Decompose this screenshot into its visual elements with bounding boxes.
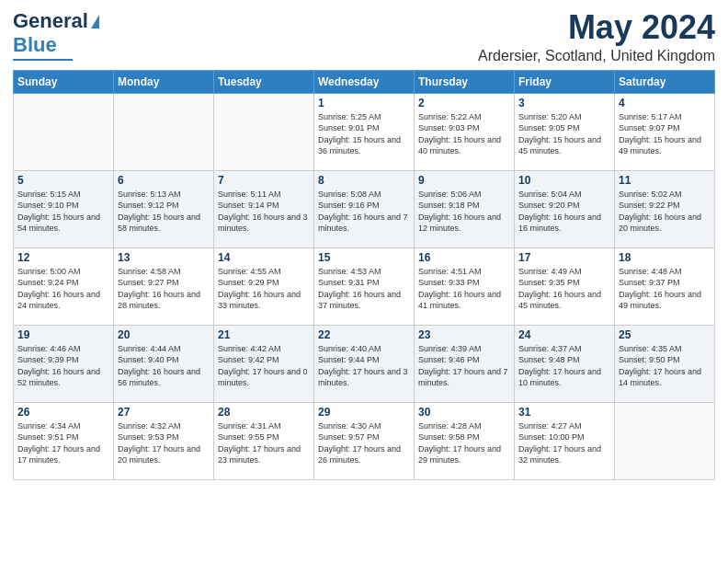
day-number: 28 <box>218 406 310 419</box>
day-number: 15 <box>318 251 410 264</box>
week-row-3: 12Sunrise: 5:00 AM Sunset: 9:24 PM Dayli… <box>14 247 715 325</box>
table-row: 7Sunrise: 5:11 AM Sunset: 9:14 PM Daylig… <box>214 170 314 247</box>
day-number: 25 <box>619 328 711 341</box>
table-row: 3Sunrise: 5:20 AM Sunset: 9:05 PM Daylig… <box>515 93 615 170</box>
day-info: Sunrise: 4:42 AM Sunset: 9:42 PM Dayligh… <box>218 343 310 389</box>
day-number: 11 <box>619 174 711 187</box>
table-row: 17Sunrise: 4:49 AM Sunset: 9:35 PM Dayli… <box>515 247 615 325</box>
table-row: 9Sunrise: 5:06 AM Sunset: 9:18 PM Daylig… <box>415 170 515 247</box>
table-row: 30Sunrise: 4:28 AM Sunset: 9:58 PM Dayli… <box>415 402 515 479</box>
day-info: Sunrise: 5:02 AM Sunset: 9:22 PM Dayligh… <box>619 189 711 235</box>
title-area: May 2024 Ardersier, Scotland, United Kin… <box>478 9 715 64</box>
day-number: 8 <box>318 174 410 187</box>
col-tuesday: Tuesday <box>214 70 314 93</box>
day-number: 6 <box>118 174 210 187</box>
table-row: 24Sunrise: 4:37 AM Sunset: 9:48 PM Dayli… <box>515 325 615 402</box>
col-sunday: Sunday <box>14 70 114 93</box>
logo-general: General <box>13 9 88 33</box>
day-number: 1 <box>318 97 410 109</box>
day-info: Sunrise: 5:13 AM Sunset: 9:12 PM Dayligh… <box>118 189 210 235</box>
day-info: Sunrise: 4:40 AM Sunset: 9:44 PM Dayligh… <box>318 343 410 389</box>
table-row: 18Sunrise: 4:48 AM Sunset: 9:37 PM Dayli… <box>615 247 715 325</box>
day-number: 30 <box>418 406 510 419</box>
day-info: Sunrise: 4:48 AM Sunset: 9:37 PM Dayligh… <box>619 266 711 312</box>
day-number: 18 <box>619 251 711 264</box>
table-row <box>14 93 114 170</box>
table-row: 31Sunrise: 4:27 AM Sunset: 10:00 PM Dayl… <box>515 402 615 479</box>
table-row: 1Sunrise: 5:25 AM Sunset: 9:01 PM Daylig… <box>314 93 415 170</box>
day-number: 22 <box>318 328 410 341</box>
table-row: 25Sunrise: 4:35 AM Sunset: 9:50 PM Dayli… <box>615 325 715 402</box>
day-info: Sunrise: 4:53 AM Sunset: 9:31 PM Dayligh… <box>318 266 410 312</box>
day-number: 9 <box>418 174 510 187</box>
logo-triangle-icon <box>91 15 99 29</box>
day-number: 24 <box>518 328 610 341</box>
calendar-table: Sunday Monday Tuesday Wednesday Thursday… <box>13 70 715 480</box>
day-info: Sunrise: 5:08 AM Sunset: 9:16 PM Dayligh… <box>318 189 410 235</box>
table-row: 14Sunrise: 4:55 AM Sunset: 9:29 PM Dayli… <box>214 247 314 325</box>
logo-underline <box>13 59 73 61</box>
week-row-1: 1Sunrise: 5:25 AM Sunset: 9:01 PM Daylig… <box>14 93 715 170</box>
day-info: Sunrise: 5:00 AM Sunset: 9:24 PM Dayligh… <box>17 266 109 312</box>
day-number: 3 <box>518 97 610 109</box>
header: General Blue May 2024 Ardersier, Scotlan… <box>13 9 715 64</box>
day-info: Sunrise: 5:20 AM Sunset: 9:05 PM Dayligh… <box>518 111 610 157</box>
table-row: 4Sunrise: 5:17 AM Sunset: 9:07 PM Daylig… <box>615 93 715 170</box>
day-number: 4 <box>619 97 711 109</box>
logo: General Blue <box>13 9 99 61</box>
day-number: 17 <box>518 251 610 264</box>
day-number: 26 <box>17 406 109 419</box>
day-info: Sunrise: 5:04 AM Sunset: 9:20 PM Dayligh… <box>518 189 610 235</box>
table-row: 29Sunrise: 4:30 AM Sunset: 9:57 PM Dayli… <box>314 402 415 479</box>
day-info: Sunrise: 4:34 AM Sunset: 9:51 PM Dayligh… <box>17 420 109 466</box>
day-info: Sunrise: 4:30 AM Sunset: 9:57 PM Dayligh… <box>318 420 410 466</box>
table-row: 12Sunrise: 5:00 AM Sunset: 9:24 PM Dayli… <box>14 247 114 325</box>
day-info: Sunrise: 5:22 AM Sunset: 9:03 PM Dayligh… <box>418 111 510 157</box>
table-row: 27Sunrise: 4:32 AM Sunset: 9:53 PM Dayli… <box>114 402 214 479</box>
logo-blue: Blue <box>13 33 57 57</box>
day-number: 23 <box>418 328 510 341</box>
day-info: Sunrise: 4:39 AM Sunset: 9:46 PM Dayligh… <box>418 343 510 389</box>
table-row: 15Sunrise: 4:53 AM Sunset: 9:31 PM Dayli… <box>314 247 415 325</box>
table-row: 16Sunrise: 4:51 AM Sunset: 9:33 PM Dayli… <box>415 247 515 325</box>
table-row: 10Sunrise: 5:04 AM Sunset: 9:20 PM Dayli… <box>515 170 615 247</box>
table-row: 6Sunrise: 5:13 AM Sunset: 9:12 PM Daylig… <box>114 170 214 247</box>
col-thursday: Thursday <box>415 70 515 93</box>
day-info: Sunrise: 4:32 AM Sunset: 9:53 PM Dayligh… <box>118 420 210 466</box>
week-row-2: 5Sunrise: 5:15 AM Sunset: 9:10 PM Daylig… <box>14 170 715 247</box>
table-row <box>615 402 715 479</box>
header-row: Sunday Monday Tuesday Wednesday Thursday… <box>14 70 715 93</box>
day-info: Sunrise: 4:27 AM Sunset: 10:00 PM Daylig… <box>518 420 610 466</box>
col-monday: Monday <box>114 70 214 93</box>
day-info: Sunrise: 5:11 AM Sunset: 9:14 PM Dayligh… <box>218 189 310 235</box>
week-row-5: 26Sunrise: 4:34 AM Sunset: 9:51 PM Dayli… <box>14 402 715 479</box>
day-info: Sunrise: 4:31 AM Sunset: 9:55 PM Dayligh… <box>218 420 310 466</box>
day-info: Sunrise: 4:28 AM Sunset: 9:58 PM Dayligh… <box>418 420 510 466</box>
table-row: 13Sunrise: 4:58 AM Sunset: 9:27 PM Dayli… <box>114 247 214 325</box>
table-row: 22Sunrise: 4:40 AM Sunset: 9:44 PM Dayli… <box>314 325 415 402</box>
day-number: 19 <box>17 328 109 341</box>
subtitle: Ardersier, Scotland, United Kingdom <box>478 48 715 64</box>
day-info: Sunrise: 5:15 AM Sunset: 9:10 PM Dayligh… <box>17 189 109 235</box>
day-info: Sunrise: 5:17 AM Sunset: 9:07 PM Dayligh… <box>619 111 711 157</box>
day-number: 7 <box>218 174 310 187</box>
day-info: Sunrise: 4:49 AM Sunset: 9:35 PM Dayligh… <box>518 266 610 312</box>
day-number: 12 <box>17 251 109 264</box>
table-row: 28Sunrise: 4:31 AM Sunset: 9:55 PM Dayli… <box>214 402 314 479</box>
day-number: 27 <box>118 406 210 419</box>
col-wednesday: Wednesday <box>314 70 415 93</box>
table-row: 20Sunrise: 4:44 AM Sunset: 9:40 PM Dayli… <box>114 325 214 402</box>
week-row-4: 19Sunrise: 4:46 AM Sunset: 9:39 PM Dayli… <box>14 325 715 402</box>
col-friday: Friday <box>515 70 615 93</box>
day-number: 5 <box>17 174 109 187</box>
day-number: 14 <box>218 251 310 264</box>
col-saturday: Saturday <box>615 70 715 93</box>
day-info: Sunrise: 4:55 AM Sunset: 9:29 PM Dayligh… <box>218 266 310 312</box>
day-info: Sunrise: 4:58 AM Sunset: 9:27 PM Dayligh… <box>118 266 210 312</box>
day-number: 29 <box>318 406 410 419</box>
table-row: 23Sunrise: 4:39 AM Sunset: 9:46 PM Dayli… <box>415 325 515 402</box>
calendar-page: General Blue May 2024 Ardersier, Scotlan… <box>0 0 728 563</box>
day-number: 20 <box>118 328 210 341</box>
day-info: Sunrise: 4:35 AM Sunset: 9:50 PM Dayligh… <box>619 343 711 389</box>
table-row: 26Sunrise: 4:34 AM Sunset: 9:51 PM Dayli… <box>14 402 114 479</box>
